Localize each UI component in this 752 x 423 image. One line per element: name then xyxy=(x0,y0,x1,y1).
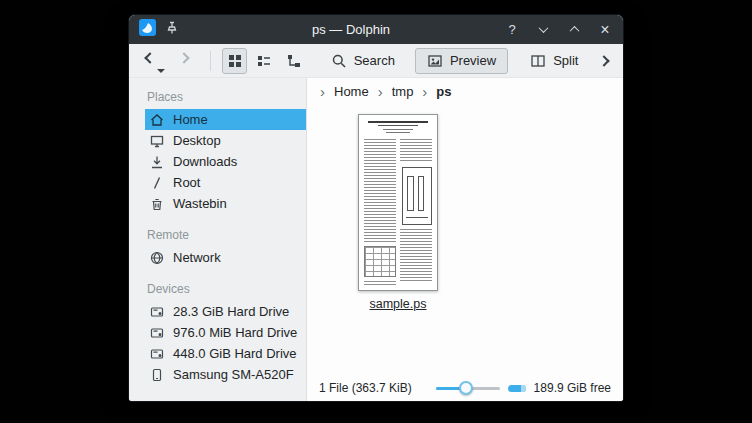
sidebar-item-label: Home xyxy=(173,112,208,127)
document-preview-thumbnail[interactable] xyxy=(358,114,438,291)
preview-button-label: Preview xyxy=(450,53,496,68)
sidebar-item-root[interactable]: Root xyxy=(145,172,306,193)
titlebar-buttons: ? × xyxy=(504,22,613,38)
hard-drive-icon xyxy=(149,346,165,362)
sidebar-item-label: 28.3 GiB Hard Drive xyxy=(173,304,289,319)
icons-view-icon xyxy=(227,53,243,69)
search-button[interactable]: Search xyxy=(319,48,407,74)
dolphin-window: ps — Dolphin ? × xyxy=(129,15,623,401)
sidebar-item-label: Desktop xyxy=(173,133,221,148)
split-button[interactable]: Split xyxy=(518,48,590,74)
sidebar-item-label: Downloads xyxy=(173,154,237,169)
details-view-button[interactable] xyxy=(251,48,277,74)
sidebar-item-label: Network xyxy=(173,250,221,265)
chevron-up-icon xyxy=(569,26,579,36)
sidebar-item-network[interactable]: Network xyxy=(145,247,306,268)
tree-view-button[interactable] xyxy=(281,48,307,74)
breadcrumb-item-home[interactable]: Home xyxy=(334,84,369,99)
history-dropdown-caret-icon[interactable] xyxy=(157,69,165,73)
file-item-sample-ps[interactable]: sample.ps xyxy=(325,114,471,311)
preview-author-line xyxy=(383,129,413,130)
file-list-area[interactable]: sample.ps xyxy=(307,105,623,375)
home-icon xyxy=(149,112,165,128)
preview-table xyxy=(364,246,396,277)
network-icon xyxy=(149,250,165,266)
sidebar-item-label: Root xyxy=(173,175,200,190)
toolbar-overflow-button[interactable] xyxy=(594,50,613,72)
sidebar-item-label: Wastebin xyxy=(173,196,227,211)
file-name-label[interactable]: sample.ps xyxy=(370,297,427,311)
main-toolbar: Search Preview Split xyxy=(129,44,623,78)
remote-section-header: Remote xyxy=(129,222,306,247)
split-icon xyxy=(530,53,546,69)
zoom-slider[interactable] xyxy=(436,379,500,397)
search-button-label: Search xyxy=(354,53,395,68)
split-button-label: Split xyxy=(553,53,578,68)
icons-view-button[interactable] xyxy=(222,48,248,74)
chevron-down-icon xyxy=(538,23,548,33)
file-count-label: 1 File (363.7 KiB) xyxy=(319,381,412,395)
devices-section-header: Devices xyxy=(129,276,306,301)
chevron-right-icon xyxy=(598,55,609,66)
close-button[interactable]: × xyxy=(597,22,613,38)
forward-button[interactable] xyxy=(175,49,193,67)
root-icon xyxy=(149,175,165,191)
breadcrumb-item-ps[interactable]: ps xyxy=(436,84,451,99)
preview-text-column-right-lower xyxy=(400,229,433,281)
preview-text-bottom-left xyxy=(364,281,397,287)
breadcrumb-root-chevron-icon[interactable]: › xyxy=(320,84,325,99)
maximize-button[interactable] xyxy=(566,22,582,38)
figure-rect xyxy=(418,176,425,211)
window-body: Places Home Desktop Downloads Root xyxy=(129,78,623,401)
breadcrumb: › Home › tmp › ps xyxy=(307,78,623,105)
minimize-button[interactable] xyxy=(535,22,551,38)
wastebin-icon xyxy=(149,196,165,212)
back-arrow-icon xyxy=(144,52,155,63)
zoom-slider-handle[interactable] xyxy=(459,381,473,395)
titlebar[interactable]: ps — Dolphin ? × xyxy=(129,15,623,44)
smartphone-icon xyxy=(149,367,165,383)
sidebar-item-drive-976mib[interactable]: 976.0 MiB Hard Drive xyxy=(145,322,306,343)
downloads-icon xyxy=(149,154,165,170)
sidebar-item-label: 976.0 MiB Hard Drive xyxy=(173,325,297,340)
details-view-icon xyxy=(256,53,272,69)
pin-keep-above-icon[interactable] xyxy=(165,21,179,39)
chevron-separator-icon[interactable]: › xyxy=(422,84,427,99)
preview-title-line xyxy=(378,125,419,126)
folder-view: › Home › tmp › ps xyxy=(306,78,623,401)
breadcrumb-item-tmp[interactable]: tmp xyxy=(392,84,414,99)
places-section-header: Places xyxy=(129,84,306,109)
back-button[interactable] xyxy=(141,49,159,67)
sidebar-item-label: Samsung SM-A520F xyxy=(173,367,294,382)
sidebar-item-wastebin[interactable]: Wastebin xyxy=(145,193,306,214)
desktop-icon xyxy=(149,133,165,149)
help-button[interactable]: ? xyxy=(504,22,520,38)
sidebar-item-drive-448gib[interactable]: 448.0 GiB Hard Drive xyxy=(145,343,306,364)
chevron-separator-icon[interactable]: › xyxy=(378,84,383,99)
preview-button[interactable]: Preview xyxy=(415,48,508,74)
search-icon xyxy=(331,53,347,69)
hard-drive-icon xyxy=(149,325,165,341)
dolphin-app-icon xyxy=(139,19,156,40)
toolbar-separator xyxy=(210,51,211,71)
figure-rect xyxy=(407,176,414,211)
preview-icon xyxy=(427,53,443,69)
preview-figure xyxy=(402,167,432,225)
forward-arrow-icon xyxy=(178,52,189,63)
places-panel: Places Home Desktop Downloads Root xyxy=(129,78,306,401)
status-bar: 1 File (363.7 KiB) 189.9 GiB free xyxy=(307,375,623,401)
sidebar-item-home[interactable]: Home xyxy=(145,109,306,130)
sidebar-item-samsung-phone[interactable]: Samsung SM-A520F xyxy=(145,364,306,385)
disk-capacity-free-segment xyxy=(521,385,526,392)
tree-view-icon xyxy=(286,53,302,69)
navigation-group xyxy=(139,49,199,73)
sidebar-item-downloads[interactable]: Downloads xyxy=(145,151,306,172)
preview-text-column-right xyxy=(400,139,433,163)
sidebar-item-drive-28gib[interactable]: 28.3 GiB Hard Drive xyxy=(145,301,306,322)
titlebar-left-group xyxy=(139,19,179,40)
figure-baseline xyxy=(406,217,428,218)
preview-text-column-left xyxy=(364,139,397,242)
sidebar-item-desktop[interactable]: Desktop xyxy=(145,130,306,151)
preview-author-line xyxy=(386,132,409,133)
desktop-background: ps — Dolphin ? × xyxy=(0,0,752,423)
